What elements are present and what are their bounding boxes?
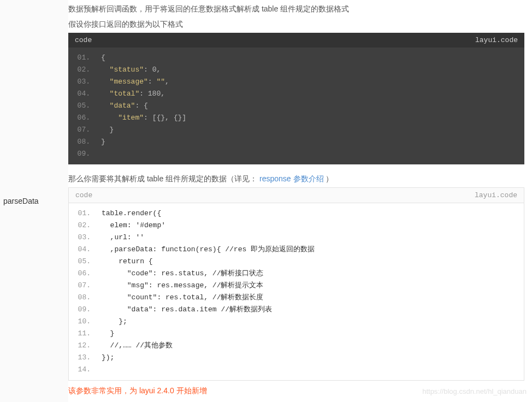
code-line: 02. elem: '#demp' — [69, 220, 524, 232]
line-number: 08. — [69, 292, 96, 304]
line-content: ,parseData: function(res){ //res 即为原始返回的… — [96, 244, 524, 256]
code-line: 08. "count": res.total, //解析数据长度 — [69, 292, 524, 304]
line-content: "status": 0, — [96, 64, 524, 76]
line-number: 06. — [68, 112, 96, 124]
line-number: 10. — [69, 316, 96, 328]
param-name-text: parseData — [3, 197, 39, 205]
line-number: 01. — [68, 52, 96, 64]
code-line: 11. } — [69, 328, 524, 340]
code-line: 05. return { — [69, 256, 524, 268]
mid-text-after: ） — [326, 174, 333, 183]
line-number: 11. — [69, 328, 96, 340]
line-number: 02. — [69, 220, 96, 232]
line-number: 12. — [69, 340, 96, 352]
watermark-text: https://blog.csdn.net/hl_qianduan — [422, 387, 527, 395]
code-line: 03. ,url: '' — [69, 232, 524, 244]
code-block-title: code — [75, 36, 92, 44]
code-line: 06. "item": [{}, {}] — [68, 112, 524, 124]
line-content: "msg": res.message, //解析提示文本 — [96, 280, 524, 292]
line-content: }; — [96, 316, 524, 328]
code-line: 14. — [69, 364, 524, 376]
line-content: elem: '#demp' — [96, 220, 524, 232]
line-number: 09. — [68, 148, 96, 160]
line-content: } — [96, 124, 524, 136]
code-line: 04. "total": 180, — [68, 88, 524, 100]
line-content: } — [96, 328, 524, 340]
line-content: ,url: '' — [96, 232, 524, 244]
line-content: "code": res.status, //解析接口状态 — [96, 268, 524, 280]
code-line: 01.table.render({ — [69, 208, 524, 220]
code-block-json-example: code layui.code 01.{02. "status": 0,03. … — [68, 33, 524, 164]
line-content: { — [96, 52, 524, 64]
mid-text-before: 那么你需要将其解析成 table 组件所规定的数据（详见： — [68, 174, 257, 183]
line-content: } — [96, 136, 524, 148]
line-number: 07. — [69, 280, 96, 292]
line-content: "count": res.total, //解析数据长度 — [96, 292, 524, 304]
code-block-source: layui.code — [475, 36, 518, 44]
line-content: table.render({ — [96, 208, 524, 220]
line-content: "message": "", — [96, 76, 524, 88]
line-content: //,…… //其他参数 — [96, 340, 524, 352]
line-content: "data": { — [96, 100, 524, 112]
line-number: 06. — [69, 268, 96, 280]
code-line: 05. "data": { — [68, 100, 524, 112]
code-block-header: code layui.code — [68, 33, 524, 48]
doc-table-row: parseData 数据预解析回调函数，用于将返回的任意数据格式解析成 tabl… — [0, 0, 532, 402]
code-line: 06. "code": res.status, //解析接口状态 — [69, 268, 524, 280]
code-block-title: code — [75, 191, 92, 199]
code-line: 07. "msg": res.message, //解析提示文本 — [69, 280, 524, 292]
line-content: "total": 180, — [96, 88, 524, 100]
param-name-cell: parseData — [0, 0, 68, 402]
param-desc-cell: 数据预解析回调函数，用于将返回的任意数据格式解析成 table 组件规定的数据格… — [68, 0, 532, 402]
line-number: 13. — [69, 352, 96, 364]
code-block-body: 01.{02. "status": 0,03. "message": "",04… — [68, 48, 524, 164]
line-number: 14. — [69, 364, 96, 376]
code-line: 02. "status": 0, — [68, 64, 524, 76]
code-line: 01.{ — [68, 52, 524, 64]
line-content: "item": [{}, {}] — [96, 112, 524, 124]
line-number: 03. — [69, 232, 96, 244]
line-content — [96, 364, 524, 376]
line-number: 07. — [68, 124, 96, 136]
code-block-usage-example: code layui.code 01.table.render({02. ele… — [68, 187, 524, 381]
line-number: 01. — [69, 208, 96, 220]
code-line: 09. — [68, 148, 524, 160]
code-line: 07. } — [68, 124, 524, 136]
line-number: 03. — [68, 76, 96, 88]
line-content: }); — [96, 352, 524, 364]
code-line: 09. "data": res.data.item //解析数据列表 — [69, 304, 524, 316]
code-block-body: 01.table.render({02. elem: '#demp'03. ,u… — [69, 203, 524, 380]
line-number: 08. — [68, 136, 96, 148]
line-number: 05. — [68, 100, 96, 112]
code-line: 04. ,parseData: function(res){ //res 即为原… — [69, 244, 524, 256]
intro-line-2: 假设你接口返回的数据为以下格式 — [68, 17, 524, 31]
intro-line-1: 数据预解析回调函数，用于将返回的任意数据格式解析成 table 组件规定的数据格… — [68, 2, 524, 15]
line-number: 09. — [69, 304, 96, 316]
line-content: "data": res.data.item //解析数据列表 — [96, 304, 524, 316]
line-content: return { — [96, 256, 524, 268]
code-block-header: code layui.code — [69, 188, 524, 203]
line-number: 04. — [69, 244, 96, 256]
code-line: 12. //,…… //其他参数 — [69, 340, 524, 352]
code-line: 10. }; — [69, 316, 524, 328]
code-block-source: layui.code — [475, 191, 517, 199]
line-number: 04. — [68, 88, 96, 100]
line-number: 05. — [69, 256, 96, 268]
code-line: 13.}); — [69, 352, 524, 364]
line-content — [96, 148, 524, 160]
code-line: 03. "message": "", — [68, 76, 524, 88]
mid-paragraph: 那么你需要将其解析成 table 组件所规定的数据（详见： response 参… — [68, 172, 524, 185]
code-line: 08.} — [68, 136, 524, 148]
line-number: 02. — [68, 64, 96, 76]
response-params-link[interactable]: response 参数介绍 — [259, 174, 323, 183]
